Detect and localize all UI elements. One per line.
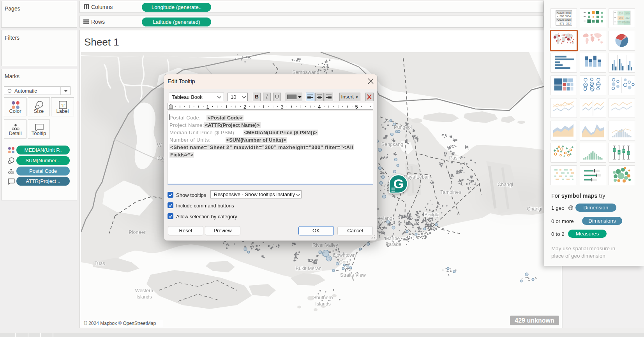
svg-text:Islands: Islands bbox=[136, 294, 152, 300]
svg-text:Sengkang: Sengkang bbox=[381, 142, 403, 147]
svg-text:T: T bbox=[62, 102, 65, 108]
svg-text:Paya Lebar: Paya Lebar bbox=[404, 174, 429, 180]
svg-text:Changi: Changi bbox=[498, 182, 513, 187]
svg-text:971: 971 bbox=[559, 22, 564, 25]
svg-text:5: 5 bbox=[355, 104, 358, 110]
svg-text:383: 383 bbox=[625, 16, 630, 19]
svg-text:Tampines: Tampines bbox=[440, 190, 461, 195]
svg-text:678: 678 bbox=[566, 11, 571, 14]
svg-text:1: 1 bbox=[206, 104, 209, 110]
svg-text:2568: 2568 bbox=[565, 18, 571, 21]
svg-text:368: 368 bbox=[559, 15, 564, 18]
svg-text:W: W bbox=[157, 142, 162, 148]
svg-text:1234: 1234 bbox=[558, 11, 564, 14]
svg-text:3: 3 bbox=[281, 104, 283, 110]
svg-text:2629: 2629 bbox=[558, 18, 564, 21]
svg-text:Bukit Merah: Bukit Merah bbox=[296, 266, 322, 271]
svg-text:Southern: Southern bbox=[313, 295, 333, 300]
svg-text:Tuas: Tuas bbox=[94, 261, 105, 266]
svg-text:Punggol: Punggol bbox=[394, 125, 412, 130]
svg-text:2: 2 bbox=[243, 104, 246, 110]
svg-text:1234: 1234 bbox=[618, 12, 623, 15]
svg-text:Western: Western bbox=[135, 288, 153, 293]
svg-text:Islands: Islands bbox=[315, 301, 331, 307]
svg-text:4: 4 bbox=[318, 104, 321, 110]
svg-text:River Valley: River Valley bbox=[312, 242, 339, 248]
svg-text:Marine: Marine bbox=[385, 236, 400, 241]
svg-text:322: 322 bbox=[566, 22, 571, 25]
svg-text:Pioneer: Pioneer bbox=[129, 230, 145, 235]
svg-text:63690: 63690 bbox=[623, 21, 630, 24]
svg-text:546: 546 bbox=[625, 12, 630, 15]
svg-text:Straits View: Straits View bbox=[340, 272, 366, 278]
svg-text:Pasir: Pasir bbox=[449, 155, 460, 161]
svg-text:Downtown: Downtown bbox=[333, 253, 356, 258]
svg-text:368: 368 bbox=[619, 16, 623, 19]
svg-text:3034: 3034 bbox=[565, 15, 571, 18]
svg-text:Bedok: Bedok bbox=[424, 212, 438, 218]
svg-text:Changi: Changi bbox=[527, 206, 542, 212]
svg-text:Core: Core bbox=[339, 259, 349, 265]
svg-text:Parade: Parade bbox=[386, 242, 401, 247]
svg-text:G: G bbox=[393, 176, 404, 191]
